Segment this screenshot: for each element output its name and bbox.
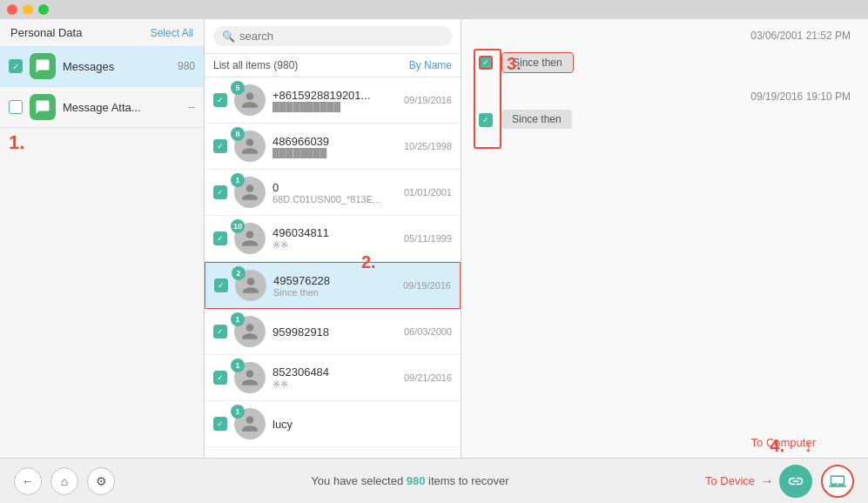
contact-checkbox[interactable] — [213, 417, 227, 431]
messages-count: 980 — [178, 60, 195, 72]
contact-info: 495976228 Since then — [273, 274, 396, 298]
contact-name: 495976228 — [273, 274, 396, 287]
maximize-button[interactable] — [38, 4, 49, 15]
contact-checkbox[interactable] — [213, 93, 227, 107]
messages-icon — [30, 53, 56, 79]
detail-top-date: 03/06/2001 21:52 PM — [461, 19, 868, 52]
arrow-down-icon: ↓ — [804, 436, 812, 456]
list-toolbar: List all items (980) By Name — [205, 54, 461, 77]
contact-item[interactable]: 10 496034811 ※※ 05/11/1999 — [205, 216, 461, 262]
to-computer-button[interactable] — [821, 465, 854, 498]
contact-name: lucy — [273, 418, 445, 431]
close-button[interactable] — [7, 4, 17, 15]
contact-date: 09/21/2016 — [404, 372, 452, 383]
attachments-checkbox[interactable] — [9, 100, 23, 114]
contact-info: 496034811 ※※ — [273, 226, 397, 251]
contact-sub: ██████████ — [273, 102, 397, 112]
contact-info: 959982918 — [273, 325, 397, 339]
select-all-button[interactable]: Select All — [151, 27, 193, 39]
contact-item[interactable]: 1 lucy — [205, 401, 461, 447]
settings-button[interactable]: ⚙ — [87, 467, 115, 495]
contact-info: lucy — [273, 418, 445, 431]
detail-panel: 03/06/2001 21:52 PM 3. Since then 09/19/… — [461, 19, 868, 458]
search-input-wrap: 🔍 — [213, 26, 452, 46]
status-prefix: You have selected — [311, 474, 406, 487]
contact-item[interactable]: 2 495976228 Since then 09/19/2016 — [205, 262, 461, 309]
since-then-button-2[interactable]: Since then — [501, 110, 572, 129]
list-all-label: List all items (980) — [213, 59, 298, 71]
main-content: Personal Data Select All Messages 980 Me… — [0, 19, 868, 458]
contact-checkbox[interactable] — [214, 278, 228, 292]
message-block-1: Since then — [479, 52, 851, 73]
contact-badge: 1 — [231, 359, 245, 372]
contact-item[interactable]: 1 0 68D.C01USN00_*813E... 01/01/2001 — [205, 170, 461, 216]
contact-avatar: 1 — [234, 177, 266, 208]
contact-item[interactable]: 8 486966039 ████████ 10/25/1998 — [205, 124, 461, 170]
msg-checkbox-1[interactable] — [479, 56, 493, 70]
status-text: You have selected 980 items to recover — [124, 474, 696, 487]
contact-name: 0 — [273, 181, 397, 194]
contact-item[interactable]: 5 +8615928819201... ██████████ 09/19/201… — [205, 77, 461, 124]
contact-date: 06/03/2000 — [404, 326, 452, 337]
contact-date: 10/25/1998 — [404, 141, 452, 151]
messages-label: Messages — [63, 60, 171, 73]
search-bar: 🔍 — [205, 19, 461, 54]
sidebar-annotation: 1. — [0, 128, 204, 158]
contact-name: 852306484 — [273, 366, 397, 379]
status-suffix: items to recover — [425, 474, 508, 487]
to-device-button[interactable] — [779, 465, 812, 498]
detail-mid-date: 09/19/2016 19:10 PM — [479, 87, 851, 110]
contact-badge: 1 — [231, 405, 245, 419]
messages-checkbox[interactable] — [9, 59, 23, 73]
message-block-2: Since then — [479, 110, 851, 129]
contact-name: +8615928819201... — [273, 89, 397, 102]
contact-date: 09/19/2016 — [404, 95, 452, 105]
list-annotation: 2. — [361, 252, 376, 272]
detail-annotation-3: 3. — [507, 54, 521, 73]
contact-sub: ※※ — [273, 379, 397, 390]
sidebar: Personal Data Select All Messages 980 Me… — [0, 19, 205, 458]
attachments-icon — [30, 94, 56, 120]
contact-checkbox[interactable] — [213, 185, 227, 199]
contact-info: +8615928819201... ██████████ — [273, 89, 397, 112]
to-device-label: To Device — [705, 474, 755, 487]
contact-avatar: 10 — [234, 223, 266, 254]
contact-item[interactable]: 1 959982918 06/03/2000 — [205, 309, 461, 355]
search-icon: 🔍 — [222, 30, 235, 43]
title-bar — [0, 0, 868, 19]
contact-checkbox[interactable] — [213, 325, 227, 339]
search-input[interactable] — [239, 30, 443, 43]
contact-item[interactable]: 1 852306484 ※※ 09/21/2016 — [205, 355, 461, 401]
contact-date: 05/11/1999 — [404, 233, 452, 244]
contact-list: 5 +8615928819201... ██████████ 09/19/201… — [205, 77, 461, 458]
minimize-button[interactable] — [23, 4, 33, 15]
attachments-label: Message Atta... — [63, 101, 181, 114]
to-device-wrap: To Device → — [705, 465, 812, 498]
sort-label[interactable]: By Name — [409, 59, 452, 71]
contact-sub: ████████ — [273, 148, 397, 158]
sidebar-item-messages[interactable]: Messages 980 — [0, 46, 204, 87]
personal-data-label: Personal Data — [10, 26, 82, 39]
contact-badge: 10 — [231, 219, 245, 233]
to-device-arrow: → — [760, 473, 774, 489]
contact-info: 852306484 ※※ — [273, 366, 397, 390]
back-button[interactable]: ← — [14, 467, 42, 495]
home-button[interactable]: ⌂ — [50, 467, 78, 495]
bottom-bar: ← ⌂ ⚙ You have selected 980 items to rec… — [0, 458, 868, 503]
contact-name: 496034811 — [273, 226, 397, 239]
contact-badge: 2 — [232, 266, 246, 280]
contact-badge: 1 — [231, 173, 245, 187]
contact-avatar: 5 — [234, 84, 266, 116]
msg-checkbox-2[interactable] — [479, 113, 493, 127]
right-panel: 🔍 List all items (980) By Name 5 +861592… — [205, 19, 868, 458]
status-count: 980 — [407, 474, 426, 487]
contact-checkbox[interactable] — [213, 371, 227, 385]
sidebar-item-attachments[interactable]: Message Atta... -- — [0, 87, 204, 128]
contact-name: 486966039 — [273, 135, 397, 148]
contact-checkbox[interactable] — [213, 231, 227, 245]
attachments-count: -- — [188, 101, 195, 113]
contact-checkbox[interactable] — [213, 139, 227, 153]
contact-avatar: 8 — [234, 131, 266, 162]
contact-info: 0 68D.C01USN00_*813E... — [273, 181, 397, 205]
contact-avatar: 1 — [234, 362, 266, 393]
